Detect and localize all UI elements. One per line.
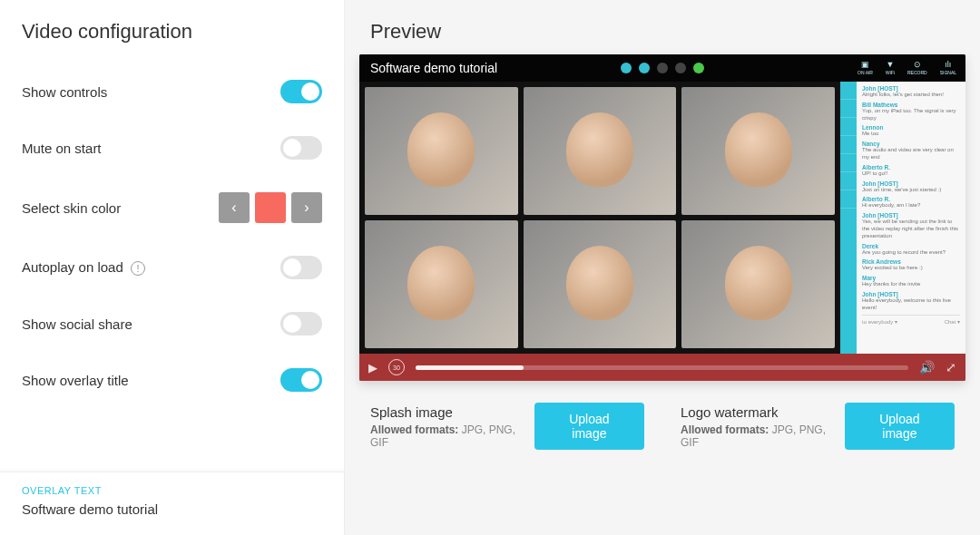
- chat-messages[interactable]: John [HOST]Alright folks, let's get star…: [857, 82, 965, 354]
- side-tab-icon[interactable]: [840, 136, 857, 154]
- main-title: Preview: [345, 0, 980, 54]
- dot-icon[interactable]: [675, 63, 686, 73]
- chat-name: Nancy: [862, 141, 960, 147]
- row-mute-on-start: Mute on start: [0, 120, 344, 176]
- config-sidebar: Video configuration Show controls Mute o…: [0, 0, 345, 535]
- preview-chat-panel: John [HOST]Alright folks, let's get star…: [840, 82, 965, 354]
- chat-name: Alberto R.: [862, 164, 960, 170]
- label-autoplay: Autoplay on load !: [22, 259, 145, 276]
- splash-sub: Allowed formats: JPG, PNG, GIF: [370, 423, 534, 449]
- toggle-social-share[interactable]: [280, 312, 322, 336]
- logo-upload-button[interactable]: Upload image: [845, 403, 955, 450]
- sidebar-title: Video configuration: [0, 0, 344, 63]
- side-tab-icon[interactable]: [840, 190, 857, 209]
- chat-name: Mary: [862, 275, 960, 281]
- logo-watermark-block: Logo watermark Allowed formats: JPG, PNG…: [681, 403, 955, 450]
- chat-text: Alright folks, let's get started then!: [862, 92, 960, 99]
- chat-message: DerekAre you going to record the event?: [862, 243, 960, 257]
- toggle-mute-on-start[interactable]: [280, 136, 322, 160]
- skin-prev-button[interactable]: ‹: [219, 192, 250, 223]
- chat-to[interactable]: to everybody ▾: [862, 318, 897, 325]
- chat-message: NancyThe audio and video are very clear …: [862, 141, 960, 161]
- overlay-text-label: OVERLAY TEXT: [22, 485, 322, 496]
- chat-mode[interactable]: Chat ▾: [945, 318, 960, 325]
- participant-tile[interactable]: [365, 220, 518, 348]
- preview-top-controls: [621, 63, 704, 73]
- chat-message: John [HOST]Just on time, we've just star…: [862, 180, 960, 194]
- record-icon: ⊙: [914, 61, 921, 69]
- splash-upload-button[interactable]: Upload image: [534, 403, 644, 450]
- stat-wifi: ▼WiFi: [886, 61, 895, 75]
- fullscreen-icon: ⤢: [946, 360, 956, 374]
- logo-title: Logo watermark: [681, 404, 845, 420]
- overlay-text-value[interactable]: Software demo tutorial: [22, 501, 322, 517]
- dot-icon[interactable]: [657, 63, 668, 73]
- row-show-controls: Show controls: [0, 63, 344, 120]
- chat-message: John [HOST]Alright folks, let's get star…: [862, 85, 960, 99]
- chat-name: John [HOST]: [862, 180, 960, 187]
- chat-text: Hey thanks for the invite: [862, 281, 960, 288]
- chevron-right-icon: ›: [304, 199, 309, 216]
- chat-message: Alberto R.UP! to go!!: [862, 164, 960, 178]
- preview-grid: [359, 82, 840, 354]
- participant-tile[interactable]: [524, 87, 677, 215]
- dot-icon[interactable]: [621, 63, 632, 73]
- onair-icon: ▣: [861, 61, 869, 69]
- chat-name: John [HOST]: [862, 212, 960, 219]
- toggle-show-controls[interactable]: [280, 80, 322, 103]
- skin-color-picker: ‹ ›: [219, 192, 322, 223]
- rewind-button[interactable]: 30: [388, 359, 405, 375]
- side-tab-icon[interactable]: [840, 154, 857, 172]
- participant-tile[interactable]: [365, 87, 518, 215]
- side-tab-icon[interactable]: [840, 172, 857, 190]
- stat-onair: ▣ON AIR: [858, 61, 873, 75]
- chat-text: The audio and video are very clear on my…: [862, 147, 960, 161]
- chat-name: John [HOST]: [862, 85, 960, 92]
- side-tab-icon[interactable]: [840, 118, 857, 136]
- seek-bar[interactable]: [416, 365, 908, 370]
- preview-overlay-title: Software demo tutorial: [370, 61, 497, 75]
- label-social-share: Show social share: [22, 316, 132, 332]
- info-icon[interactable]: !: [131, 261, 145, 276]
- chat-text: Just on time, we've just started :): [862, 187, 960, 194]
- play-button[interactable]: ▶: [368, 361, 377, 374]
- dot-icon[interactable]: [693, 63, 704, 73]
- fullscreen-button[interactable]: ⤢: [946, 360, 956, 374]
- wifi-icon: ▼: [887, 61, 895, 69]
- seek-progress: [416, 365, 524, 370]
- toggle-overlay-title[interactable]: [280, 368, 322, 392]
- splash-title: Splash image: [370, 404, 534, 420]
- participant-tile[interactable]: [681, 220, 835, 348]
- chat-text: Very excited to be here :): [862, 265, 960, 272]
- chat-name: Rick Andrews: [862, 258, 960, 265]
- chat-text: Yup, on my iPad too. The signal is very …: [862, 108, 960, 122]
- play-icon: ▶: [368, 361, 377, 374]
- logo-sub: Allowed formats: JPG, PNG, GIF: [681, 423, 845, 449]
- row-overlay-title: Show overlay title: [0, 352, 344, 408]
- side-tab-icon[interactable]: [840, 100, 857, 118]
- chat-footer: to everybody ▾Chat ▾: [862, 315, 960, 325]
- chat-message: MaryHey thanks for the invite: [862, 275, 960, 288]
- stat-signal: ılıSIGNAL: [940, 61, 956, 75]
- video-controls: ▶ 30 🔊 ⤢: [359, 354, 965, 381]
- label-show-controls: Show controls: [22, 84, 107, 100]
- chat-name: Lennon: [862, 124, 960, 131]
- dot-icon[interactable]: [639, 63, 650, 73]
- upload-row: Splash image Allowed formats: JPG, PNG, …: [345, 381, 980, 472]
- participant-tile[interactable]: [681, 87, 835, 215]
- participant-tile[interactable]: [524, 220, 677, 348]
- stat-record: ⊙RECORD: [907, 61, 927, 75]
- rewind-icon: 30: [393, 365, 400, 371]
- side-tab-icon[interactable]: [840, 82, 857, 100]
- chat-name: Bill Mathews: [862, 102, 960, 108]
- chat-text: Me too: [862, 131, 960, 138]
- row-autoplay: Autoplay on load !: [0, 239, 344, 296]
- skin-next-button[interactable]: ›: [291, 192, 322, 223]
- skin-color-swatch[interactable]: [255, 192, 286, 223]
- toggle-autoplay[interactable]: [280, 256, 322, 279]
- volume-button[interactable]: 🔊: [919, 360, 935, 374]
- preview-stats: ▣ON AIR ▼WiFi ⊙RECORD ılıSIGNAL: [858, 54, 956, 82]
- chat-side-tabs: [840, 82, 857, 354]
- chat-name: Alberto R.: [862, 196, 960, 202]
- chat-message: John [HOST]Yes, we will be sending out t…: [862, 212, 960, 239]
